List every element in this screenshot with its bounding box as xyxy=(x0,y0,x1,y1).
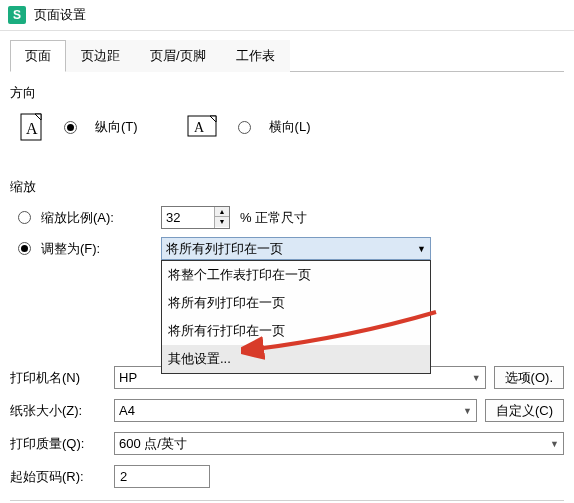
landscape-icon: A xyxy=(186,113,220,141)
window-title: 页面设置 xyxy=(34,6,86,24)
tab-margins[interactable]: 页边距 xyxy=(66,40,135,72)
scale-ratio-radio[interactable] xyxy=(18,211,31,224)
paper-custom-button[interactable]: 自定义(C) xyxy=(485,399,564,422)
portrait-text: 纵向(T) xyxy=(95,118,138,136)
printer-value: HP xyxy=(119,370,137,385)
scaling-label: 缩放 xyxy=(10,178,564,196)
startpage-row: 起始页码(R): xyxy=(10,465,564,488)
spinner-up[interactable]: ▲ xyxy=(215,207,229,217)
printer-label: 打印机名(N) xyxy=(10,369,106,387)
quality-value: 600 点/英寸 xyxy=(119,435,187,453)
fit-dropdown-list: 将整个工作表打印在一页将所有列打印在一页将所有行打印在一页其他设置... xyxy=(161,260,431,374)
startpage-label: 起始页码(R): xyxy=(10,468,106,486)
tab-bar: 页面 页边距 页眉/页脚 工作表 xyxy=(10,39,564,72)
svg-text:A: A xyxy=(194,120,205,135)
fit-option[interactable]: 将所有行打印在一页 xyxy=(162,317,430,345)
scale-ratio-suffix: % 正常尺寸 xyxy=(240,209,307,227)
paper-select[interactable]: A4 ▼ xyxy=(114,399,477,422)
printer-options-button[interactable]: 选项(O). xyxy=(494,366,564,389)
fit-option[interactable]: 其他设置... xyxy=(162,345,430,373)
paper-label: 纸张大小(Z): xyxy=(10,402,106,420)
title-bar: S 页面设置 xyxy=(0,0,574,31)
chevron-down-icon: ▼ xyxy=(472,373,481,383)
app-icon: S xyxy=(8,6,26,24)
portrait-icon: A xyxy=(18,112,46,142)
portrait-radio[interactable] xyxy=(64,121,77,134)
scale-fit-row: 调整为(F): 将所有列打印在一页 ▼ 将整个工作表打印在一页将所有列打印在一页… xyxy=(18,237,564,260)
orientation-label: 方向 xyxy=(10,84,564,102)
scale-ratio-input[interactable] xyxy=(162,207,214,228)
orientation-row: A 纵向(T) A 横向(L) xyxy=(18,112,564,142)
quality-row: 打印质量(Q): 600 点/英寸 ▼ xyxy=(10,432,564,455)
scale-fit-label: 调整为(F): xyxy=(41,240,151,258)
paper-row: 纸张大小(Z): A4 ▼ 自定义(C) xyxy=(10,399,564,422)
landscape-text: 横向(L) xyxy=(269,118,311,136)
chevron-down-icon: ▼ xyxy=(550,439,559,449)
fit-dropdown-value: 将所有列打印在一页 xyxy=(166,240,283,258)
landscape-radio[interactable] xyxy=(238,121,251,134)
content-area: 页面 页边距 页眉/页脚 工作表 方向 A 纵向(T) A 横向(L) 缩放 缩… xyxy=(0,31,574,503)
tab-sheet[interactable]: 工作表 xyxy=(221,40,290,72)
scale-ratio-label: 缩放比例(A): xyxy=(41,209,151,227)
fit-dropdown-wrap: 将所有列打印在一页 ▼ 将整个工作表打印在一页将所有列打印在一页将所有行打印在一… xyxy=(161,237,431,260)
lower-form: 打印机名(N) HP ▼ 选项(O). 纸张大小(Z): A4 ▼ 自定义(C)… xyxy=(10,366,564,488)
chevron-down-icon: ▼ xyxy=(463,406,472,416)
fit-option[interactable]: 将所有列打印在一页 xyxy=(162,289,430,317)
paper-value: A4 xyxy=(119,403,135,418)
startpage-input[interactable] xyxy=(114,465,210,488)
tab-header-footer[interactable]: 页眉/页脚 xyxy=(135,40,221,72)
chevron-down-icon: ▼ xyxy=(417,244,426,254)
svg-text:A: A xyxy=(26,120,38,137)
fit-option[interactable]: 将整个工作表打印在一页 xyxy=(162,261,430,289)
fit-dropdown[interactable]: 将所有列打印在一页 ▼ xyxy=(161,237,431,260)
scale-fit-radio[interactable] xyxy=(18,242,31,255)
scale-ratio-spinner[interactable]: ▲ ▼ xyxy=(161,206,230,229)
scale-ratio-row: 缩放比例(A): ▲ ▼ % 正常尺寸 xyxy=(18,206,564,229)
quality-select[interactable]: 600 点/英寸 ▼ xyxy=(114,432,564,455)
spinner-down[interactable]: ▼ xyxy=(215,217,229,227)
quality-label: 打印质量(Q): xyxy=(10,435,106,453)
tab-page[interactable]: 页面 xyxy=(10,40,66,72)
